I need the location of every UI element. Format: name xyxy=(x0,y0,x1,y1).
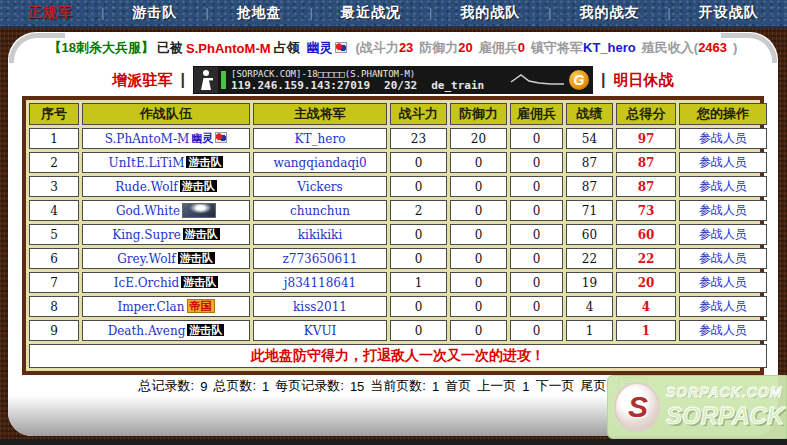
bar-divider-left: | xyxy=(181,71,185,89)
general-cell[interactable]: j834118641 xyxy=(253,272,387,293)
attack-cell: 0 xyxy=(390,296,447,317)
stat-value[interactable]: KT_hero xyxy=(583,40,636,55)
nav-divider: | xyxy=(101,6,104,20)
attack-cell: 23 xyxy=(390,128,447,149)
nav-item-7[interactable]: 开设战队 xyxy=(699,4,759,22)
team-badge-guerrilla: 游击队 xyxy=(186,156,223,168)
general-cell[interactable]: z773650611 xyxy=(253,248,387,269)
general-cell[interactable]: KT_hero xyxy=(253,128,387,149)
table-row: 3Rude.Wolf游击队Vickers0008787参战人员 xyxy=(29,176,767,197)
team-badge-guerrilla: 游击队 xyxy=(187,324,224,336)
attack-cell: 1 xyxy=(390,272,447,293)
general-cell[interactable]: Vickers xyxy=(253,176,387,197)
score-cell: 4 xyxy=(616,296,676,317)
team-name[interactable]: Imper.Clan xyxy=(117,300,184,314)
record-cell: 87 xyxy=(566,152,613,173)
join-personnel-link[interactable]: 参战人员 xyxy=(679,200,767,221)
general-cell[interactable]: wangqiandaqi0 xyxy=(253,152,387,173)
stat-label: 雇佣兵 xyxy=(479,40,518,55)
record-cell: 60 xyxy=(566,224,613,245)
mercenary-cell: 0 xyxy=(510,272,563,293)
rank-cell: 7 xyxy=(29,272,79,293)
team-name[interactable]: S.PhAntoM-M xyxy=(105,132,189,146)
general-cell[interactable]: chunchun xyxy=(253,200,387,221)
page-link-5[interactable]: 尾页 xyxy=(580,377,606,395)
deploy-troops-link[interactable]: 增派驻军 xyxy=(113,71,173,90)
defense-cell: 0 xyxy=(450,200,507,221)
attack-cell: 0 xyxy=(390,248,447,269)
record-cell: 1 xyxy=(566,320,613,341)
team-name[interactable]: King.Supre xyxy=(112,228,181,242)
stat-value: 23 xyxy=(399,40,413,55)
record-cell: 19 xyxy=(566,272,613,293)
sorpack-emblem xyxy=(614,382,660,432)
join-personnel-link[interactable]: 参战人员 xyxy=(679,248,767,269)
nav-item-1[interactable]: 正规军 xyxy=(28,4,73,22)
battle-table: 序号作战队伍主战将军战斗力防御力雇佣兵战绩总得分您的操作 1S.PhAntoM-… xyxy=(26,100,770,371)
table-row: 8Imper.Clan帝国kiss201100044参战人员 xyxy=(29,296,767,317)
attack-cell: 0 xyxy=(390,224,447,245)
nav-item-2[interactable]: 游击队 xyxy=(132,4,177,22)
page-link-1[interactable]: 首页 xyxy=(445,377,471,395)
defense-cell: 0 xyxy=(450,152,507,173)
score-cell: 20 xyxy=(616,272,676,293)
record-cell: 54 xyxy=(566,128,613,149)
team-name[interactable]: IcE.Orchid xyxy=(114,276,180,290)
bottom-strip xyxy=(0,439,787,445)
header-cell: 雇佣兵 xyxy=(510,103,563,125)
team-badge-guerrilla: 游击队 xyxy=(183,228,220,240)
attack-cell: 2 xyxy=(390,200,447,221)
record-cell: 22 xyxy=(566,248,613,269)
player-count: 20/32 xyxy=(384,80,417,92)
rank-cell: 3 xyxy=(29,176,79,197)
team-name[interactable]: Death.Aveng xyxy=(108,324,186,338)
occupier-name[interactable]: S.PhAntoM-M xyxy=(186,41,270,56)
team-cell: Imper.Clan帝国 xyxy=(82,296,250,317)
page-link-2[interactable]: 上一页 xyxy=(477,377,516,395)
sorpack-brand-text: SORPACK xyxy=(666,402,784,430)
team-name[interactable]: God.White xyxy=(116,204,180,218)
stat-value: 0 xyxy=(518,40,525,55)
team-cell: God.White xyxy=(82,200,250,221)
defense-cell: 20 xyxy=(450,128,507,149)
defense-cell: 0 xyxy=(450,296,507,317)
defense-message: 此地盘防守得力，打退敌人一次又一次的进攻！ xyxy=(29,344,767,368)
table-row: 4God.Whitechunchun2007173参战人员 xyxy=(29,200,767,221)
page-link-3[interactable]: 1 xyxy=(522,379,529,394)
nav-item-3[interactable]: 抢地盘 xyxy=(237,4,282,22)
join-personnel-link[interactable]: 参战人员 xyxy=(679,272,767,293)
pagination-stat-label: 每页记录数: xyxy=(275,377,344,395)
join-personnel-link[interactable]: 参战人员 xyxy=(679,224,767,245)
join-personnel-link[interactable]: 参战人员 xyxy=(679,176,767,197)
page-link-4[interactable]: 下一页 xyxy=(535,377,574,395)
cs-player-icon xyxy=(194,67,218,93)
team-badge-guerrilla: 游击队 xyxy=(178,252,215,264)
mercenary-cell: 0 xyxy=(510,296,563,317)
join-personnel-link[interactable]: 参战人员 xyxy=(679,152,767,173)
join-personnel-link[interactable]: 参战人员 xyxy=(679,296,767,317)
nav-item-6[interactable]: 我的战友 xyxy=(579,4,639,22)
stat-label: (战斗力 xyxy=(356,40,399,55)
defense-cell: 0 xyxy=(450,272,507,293)
pagination-stat-value: 1 xyxy=(432,379,439,394)
join-personnel-link[interactable]: 参战人员 xyxy=(679,320,767,341)
nav-divider: | xyxy=(548,6,551,20)
header-cell: 作战队伍 xyxy=(82,103,250,125)
general-cell[interactable]: KVUI xyxy=(253,320,387,341)
server-banner[interactable]: [SORPACK.COM]-18□□□□□(S.PHANTOM-M) 119.2… xyxy=(193,66,593,94)
general-cell[interactable]: kikikiki xyxy=(253,224,387,245)
join-personnel-link[interactable]: 参战人员 xyxy=(679,128,767,149)
general-cell[interactable]: kiss2011 xyxy=(253,296,387,317)
header-cell: 防御力 xyxy=(450,103,507,125)
occupancy-banner: 【18刺杀大兵服】 已被 S.PhAntoM-M 占领 幽灵 (战斗力23防御力… xyxy=(8,32,778,64)
team-name[interactable]: Rude.Wolf xyxy=(115,180,177,194)
server-address: 119.246.159.143:27019 xyxy=(231,80,370,92)
nav-item-5[interactable]: 我的战队 xyxy=(460,4,520,22)
team-name[interactable]: Grey.Wolf xyxy=(117,252,175,266)
nav-divider: | xyxy=(310,6,313,20)
header-cell: 序号 xyxy=(29,103,79,125)
nav-item-4[interactable]: 最近战况 xyxy=(341,4,401,22)
team-name[interactable]: UnItE.LiTiM xyxy=(109,156,185,170)
score-cell: 97 xyxy=(616,128,676,149)
clan-badge[interactable]: 幽灵 xyxy=(307,39,347,57)
